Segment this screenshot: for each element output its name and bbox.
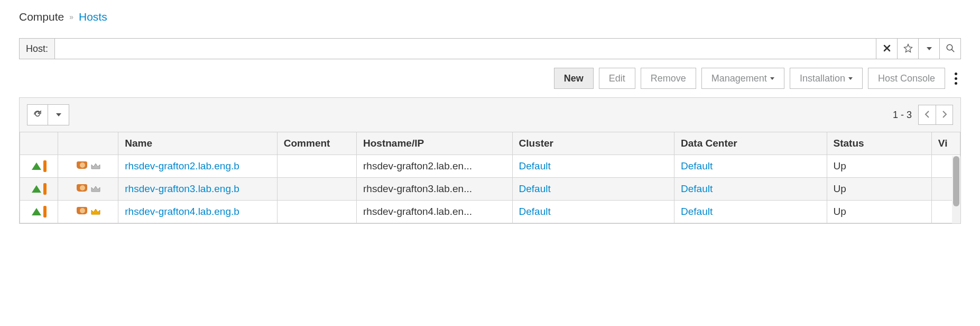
col-header-type-icon[interactable] [58, 132, 118, 155]
star-icon [903, 43, 913, 55]
table-row[interactable]: rhsdev-grafton2.lab.eng.b rhsdev-grafton… [20, 155, 960, 178]
search-bookmark-button[interactable] [897, 39, 918, 59]
cell-comment [277, 178, 356, 201]
close-icon [883, 44, 891, 53]
datacenter-link[interactable]: Default [681, 206, 713, 217]
pagination-range: 1 - 3 [893, 110, 912, 121]
col-header-comment[interactable]: Comment [277, 132, 356, 155]
cluster-link[interactable]: Default [519, 206, 551, 217]
table-scroll[interactable]: Name Comment Hostname/IP Cluster Data Ce… [20, 132, 960, 223]
search-label: Host: [20, 39, 55, 59]
cell-cluster: Default [512, 178, 674, 201]
remove-button[interactable]: Remove [641, 68, 696, 89]
table-row[interactable]: rhsdev-grafton4.lab.eng.b rhsdev-grafton… [20, 201, 960, 223]
pager-buttons [918, 105, 953, 125]
search-icon [946, 43, 955, 55]
cell-type-icons [58, 155, 118, 178]
col-header-hostname[interactable]: Hostname/IP [357, 132, 512, 155]
installation-dropdown[interactable]: Installation [790, 68, 863, 89]
col-header-state-icon[interactable] [20, 132, 58, 155]
cell-cluster: Default [512, 155, 674, 178]
cell-state-icons [20, 178, 58, 201]
col-header-status[interactable]: Status [827, 132, 931, 155]
datacenter-link[interactable]: Default [681, 183, 713, 194]
page-prev-button[interactable] [919, 105, 936, 124]
cell-cluster: Default [512, 201, 674, 223]
vertical-scrollbar[interactable] [952, 156, 960, 223]
cell-name: rhsdev-grafton4.lab.eng.b [118, 201, 278, 223]
breadcrumb-hosts-link[interactable]: Hosts [79, 11, 107, 23]
cell-comment [277, 201, 356, 223]
warning-icon [43, 183, 47, 195]
search-clear-button[interactable] [876, 39, 897, 59]
up-status-icon [32, 208, 41, 215]
search-input[interactable] [55, 39, 876, 59]
kebab-menu-button[interactable] [950, 68, 961, 89]
cell-hostname: rhsdev-grafton4.lab.en... [357, 201, 512, 223]
cell-name: rhsdev-grafton2.lab.eng.b [118, 155, 278, 178]
refresh-dropdown-button[interactable] [48, 104, 69, 125]
new-button[interactable]: New [554, 68, 594, 89]
dot-icon [955, 73, 957, 75]
installation-label: Installation [800, 73, 845, 84]
cell-type-icons [58, 178, 118, 201]
table-controls: 1 - 3 [20, 98, 960, 132]
chevron-down-icon [848, 77, 853, 80]
page-next-button[interactable] [936, 105, 953, 124]
col-header-datacenter[interactable]: Data Center [674, 132, 827, 155]
cell-datacenter: Default [674, 201, 827, 223]
cell-hostname: rhsdev-grafton2.lab.en... [357, 155, 512, 178]
action-toolbar: New Edit Remove Management Installation … [19, 68, 961, 89]
cell-status: Up [827, 155, 931, 178]
host-disk-icon [76, 184, 88, 194]
breadcrumb: Compute » Hosts [19, 11, 961, 23]
cell-name: rhsdev-grafton3.lab.eng.b [118, 178, 278, 201]
refresh-button[interactable] [27, 104, 48, 125]
spm-crown-icon [90, 208, 101, 215]
datacenter-link[interactable]: Default [681, 160, 713, 171]
hosts-table: Name Comment Hostname/IP Cluster Data Ce… [20, 132, 960, 223]
cell-state-icons [20, 201, 58, 223]
col-header-vi[interactable]: Vi [931, 132, 960, 155]
cell-datacenter: Default [674, 178, 827, 201]
table-header-row: Name Comment Hostname/IP Cluster Data Ce… [20, 132, 960, 155]
host-name-link[interactable]: rhsdev-grafton3.lab.eng.b [125, 183, 239, 194]
host-name-link[interactable]: rhsdev-grafton4.lab.eng.b [125, 206, 239, 217]
host-console-button[interactable]: Host Console [868, 68, 945, 89]
table-row[interactable]: rhsdev-grafton3.lab.eng.b rhsdev-grafton… [20, 178, 960, 201]
col-header-name[interactable]: Name [118, 132, 278, 155]
management-label: Management [711, 73, 767, 84]
host-name-link[interactable]: rhsdev-grafton2.lab.eng.b [125, 160, 239, 171]
up-status-icon [32, 162, 41, 170]
chevron-right-icon [942, 110, 947, 121]
cell-datacenter: Default [674, 155, 827, 178]
col-header-cluster[interactable]: Cluster [512, 132, 674, 155]
cluster-link[interactable]: Default [519, 183, 551, 194]
host-disk-icon [76, 206, 88, 217]
dot-icon [955, 82, 957, 85]
cell-type-icons [58, 201, 118, 223]
up-status-icon [32, 185, 41, 193]
cell-comment [277, 155, 356, 178]
edit-button[interactable]: Edit [599, 68, 635, 89]
search-submit-button[interactable] [939, 39, 960, 59]
search-dropdown-button[interactable] [918, 39, 939, 59]
chevron-left-icon [924, 110, 930, 121]
warning-icon [43, 160, 47, 172]
breadcrumb-separator-icon: » [69, 13, 73, 21]
cell-status: Up [827, 201, 931, 223]
search-bar: Host: [19, 38, 961, 59]
spm-crown-icon [90, 185, 101, 193]
refresh-button-group [27, 104, 69, 125]
breadcrumb-root: Compute [19, 11, 64, 23]
pagination: 1 - 3 [893, 105, 953, 125]
warning-icon [43, 206, 47, 218]
cluster-link[interactable]: Default [519, 160, 551, 171]
chevron-down-icon [927, 47, 932, 50]
chevron-down-icon [56, 113, 61, 116]
management-dropdown[interactable]: Management [701, 68, 784, 89]
chevron-down-icon [770, 77, 774, 80]
host-disk-icon [76, 161, 88, 171]
scrollbar-thumb[interactable] [953, 156, 959, 206]
cell-hostname: rhsdev-grafton3.lab.en... [357, 178, 512, 201]
